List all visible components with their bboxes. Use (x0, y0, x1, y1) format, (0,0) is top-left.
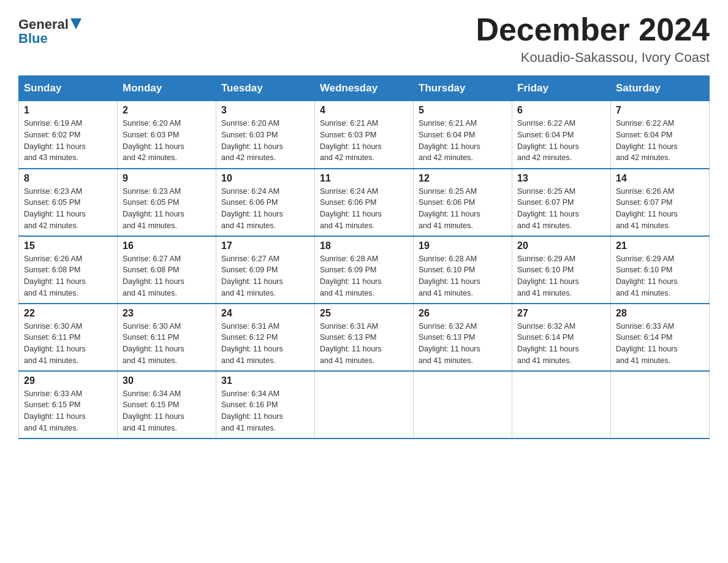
day-info: Sunrise: 6:26 AMSunset: 6:07 PMDaylight:… (616, 187, 678, 230)
day-info: Sunrise: 6:32 AMSunset: 6:13 PMDaylight:… (419, 322, 480, 365)
table-row: 25Sunrise: 6:31 AMSunset: 6:13 PMDayligh… (315, 304, 414, 371)
table-row: 13Sunrise: 6:25 AMSunset: 6:07 PMDayligh… (512, 169, 611, 236)
day-number: 22 (24, 308, 112, 319)
day-info: Sunrise: 6:31 AMSunset: 6:13 PMDaylight:… (320, 322, 382, 365)
day-info: Sunrise: 6:24 AMSunset: 6:06 PMDaylight:… (221, 187, 283, 230)
day-info: Sunrise: 6:30 AMSunset: 6:11 PMDaylight:… (123, 322, 184, 365)
day-number: 7 (616, 105, 704, 116)
day-info: Sunrise: 6:19 AMSunset: 6:02 PMDaylight:… (24, 119, 86, 162)
table-row: 3Sunrise: 6:20 AMSunset: 6:03 PMDaylight… (216, 101, 315, 169)
day-number: 15 (24, 240, 112, 251)
day-info: Sunrise: 6:34 AMSunset: 6:16 PMDaylight:… (221, 389, 283, 432)
table-row: 17Sunrise: 6:27 AMSunset: 6:09 PMDayligh… (216, 236, 315, 304)
day-number: 12 (419, 173, 507, 184)
day-number: 1 (24, 105, 112, 116)
table-row (512, 371, 611, 439)
table-row: 30Sunrise: 6:34 AMSunset: 6:15 PMDayligh… (118, 371, 216, 439)
page-header: General Blue December 2024 Kouadio-Sakas… (18, 12, 710, 66)
svg-marker-0 (70, 18, 82, 29)
calendar-header: Sunday Monday Tuesday Wednesday Thursday… (19, 76, 710, 101)
day-number: 3 (221, 105, 309, 116)
day-number: 29 (24, 375, 112, 386)
calendar-week-row: 15Sunrise: 6:26 AMSunset: 6:08 PMDayligh… (19, 236, 710, 304)
col-thursday: Thursday (414, 76, 512, 101)
table-row: 5Sunrise: 6:21 AMSunset: 6:04 PMDaylight… (414, 101, 512, 169)
col-sunday: Sunday (19, 76, 118, 101)
day-info: Sunrise: 6:20 AMSunset: 6:03 PMDaylight:… (123, 119, 184, 162)
logo-text-general: General (18, 18, 69, 31)
table-row: 24Sunrise: 6:31 AMSunset: 6:12 PMDayligh… (216, 304, 315, 371)
calendar-week-row: 22Sunrise: 6:30 AMSunset: 6:11 PMDayligh… (19, 304, 710, 371)
day-number: 20 (517, 240, 605, 251)
day-info: Sunrise: 6:34 AMSunset: 6:15 PMDaylight:… (123, 389, 184, 432)
table-row: 15Sunrise: 6:26 AMSunset: 6:08 PMDayligh… (19, 236, 118, 304)
table-row: 14Sunrise: 6:26 AMSunset: 6:07 PMDayligh… (611, 169, 710, 236)
table-row: 8Sunrise: 6:23 AMSunset: 6:05 PMDaylight… (19, 169, 118, 236)
day-number: 4 (320, 105, 408, 116)
col-friday: Friday (512, 76, 611, 101)
table-row: 21Sunrise: 6:29 AMSunset: 6:10 PMDayligh… (611, 236, 710, 304)
day-info: Sunrise: 6:28 AMSunset: 6:10 PMDaylight:… (419, 255, 480, 297)
day-info: Sunrise: 6:32 AMSunset: 6:14 PMDaylight:… (517, 322, 579, 365)
day-info: Sunrise: 6:23 AMSunset: 6:05 PMDaylight:… (123, 187, 184, 230)
day-info: Sunrise: 6:28 AMSunset: 6:09 PMDaylight:… (320, 255, 382, 297)
table-row: 4Sunrise: 6:21 AMSunset: 6:03 PMDaylight… (315, 101, 414, 169)
day-number: 11 (320, 173, 408, 184)
title-area: December 2024 Kouadio-Sakassou, Ivory Co… (476, 12, 710, 66)
day-info: Sunrise: 6:25 AMSunset: 6:07 PMDaylight:… (517, 187, 579, 230)
day-number: 28 (616, 308, 704, 319)
day-number: 17 (221, 240, 309, 251)
table-row: 11Sunrise: 6:24 AMSunset: 6:06 PMDayligh… (315, 169, 414, 236)
day-info: Sunrise: 6:23 AMSunset: 6:05 PMDaylight:… (24, 187, 86, 230)
day-info: Sunrise: 6:24 AMSunset: 6:06 PMDaylight:… (320, 187, 382, 230)
day-info: Sunrise: 6:22 AMSunset: 6:04 PMDaylight:… (517, 119, 579, 162)
day-number: 24 (221, 308, 309, 319)
table-row: 16Sunrise: 6:27 AMSunset: 6:08 PMDayligh… (118, 236, 216, 304)
table-row (414, 371, 512, 439)
day-number: 9 (123, 173, 211, 184)
day-info: Sunrise: 6:29 AMSunset: 6:10 PMDaylight:… (517, 255, 579, 297)
day-info: Sunrise: 6:26 AMSunset: 6:08 PMDaylight:… (24, 255, 86, 297)
table-row: 12Sunrise: 6:25 AMSunset: 6:06 PMDayligh… (414, 169, 512, 236)
calendar-week-row: 29Sunrise: 6:33 AMSunset: 6:15 PMDayligh… (19, 371, 710, 439)
table-row (611, 371, 710, 439)
calendar-title: December 2024 (476, 12, 710, 47)
table-row: 27Sunrise: 6:32 AMSunset: 6:14 PMDayligh… (512, 304, 611, 371)
day-info: Sunrise: 6:21 AMSunset: 6:04 PMDaylight:… (419, 119, 480, 162)
day-info: Sunrise: 6:30 AMSunset: 6:11 PMDaylight:… (24, 322, 86, 365)
day-number: 26 (419, 308, 507, 319)
table-row: 22Sunrise: 6:30 AMSunset: 6:11 PMDayligh… (19, 304, 118, 371)
day-number: 27 (517, 308, 605, 319)
day-info: Sunrise: 6:25 AMSunset: 6:06 PMDaylight:… (419, 187, 480, 230)
day-number: 5 (419, 105, 507, 116)
table-row: 26Sunrise: 6:32 AMSunset: 6:13 PMDayligh… (414, 304, 512, 371)
day-info: Sunrise: 6:29 AMSunset: 6:10 PMDaylight:… (616, 255, 678, 297)
day-info: Sunrise: 6:33 AMSunset: 6:14 PMDaylight:… (616, 322, 678, 365)
day-number: 16 (123, 240, 211, 251)
table-row: 7Sunrise: 6:22 AMSunset: 6:04 PMDaylight… (611, 101, 710, 169)
day-number: 18 (320, 240, 408, 251)
table-row: 23Sunrise: 6:30 AMSunset: 6:11 PMDayligh… (118, 304, 216, 371)
logo-text-blue: Blue (18, 31, 48, 47)
table-row (315, 371, 414, 439)
day-info: Sunrise: 6:31 AMSunset: 6:12 PMDaylight:… (221, 322, 283, 365)
day-number: 23 (123, 308, 211, 319)
day-number: 14 (616, 173, 704, 184)
day-number: 21 (616, 240, 704, 251)
calendar-week-row: 1Sunrise: 6:19 AMSunset: 6:02 PMDaylight… (19, 101, 710, 169)
day-number: 25 (320, 308, 408, 319)
day-number: 31 (221, 375, 309, 386)
table-row: 18Sunrise: 6:28 AMSunset: 6:09 PMDayligh… (315, 236, 414, 304)
col-tuesday: Tuesday (216, 76, 315, 101)
day-number: 8 (24, 173, 112, 184)
day-info: Sunrise: 6:27 AMSunset: 6:08 PMDaylight:… (123, 255, 184, 297)
table-row: 1Sunrise: 6:19 AMSunset: 6:02 PMDaylight… (19, 101, 118, 169)
table-row: 2Sunrise: 6:20 AMSunset: 6:03 PMDaylight… (118, 101, 216, 169)
table-row: 28Sunrise: 6:33 AMSunset: 6:14 PMDayligh… (611, 304, 710, 371)
logo-triangle-icon (70, 18, 82, 29)
table-row: 29Sunrise: 6:33 AMSunset: 6:15 PMDayligh… (19, 371, 118, 439)
table-row: 10Sunrise: 6:24 AMSunset: 6:06 PMDayligh… (216, 169, 315, 236)
day-number: 2 (123, 105, 211, 116)
calendar-body: 1Sunrise: 6:19 AMSunset: 6:02 PMDaylight… (19, 101, 710, 439)
table-row: 31Sunrise: 6:34 AMSunset: 6:16 PMDayligh… (216, 371, 315, 439)
